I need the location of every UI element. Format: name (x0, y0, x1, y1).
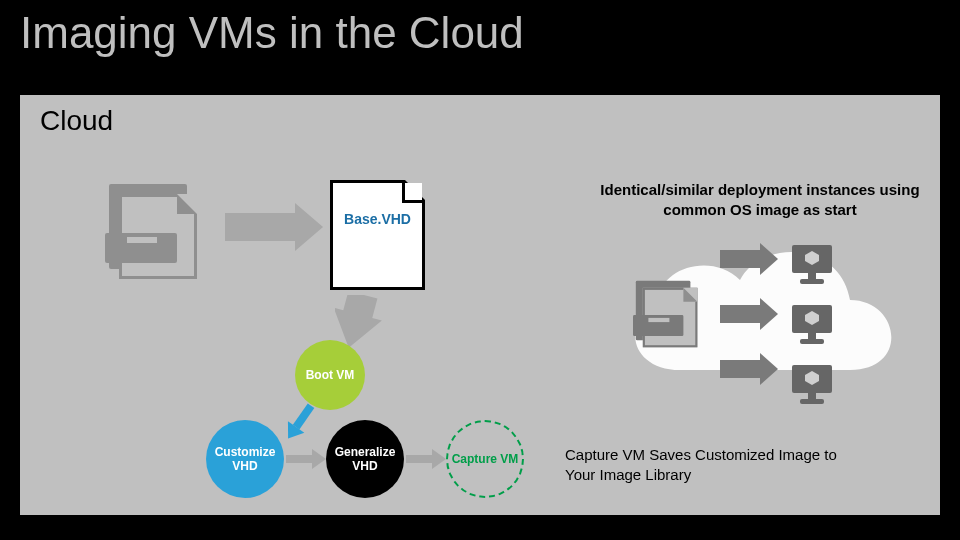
arrow-boot-to-customize (279, 400, 319, 446)
step-capture-vm: Capture VM (446, 420, 524, 498)
panel-label: Cloud (40, 105, 113, 137)
step-customize-vhd: Customize VHD (206, 420, 284, 498)
arrow-vhd-to-boot (335, 295, 385, 345)
slide-title: Imaging VMs in the Cloud (20, 8, 524, 58)
arrow-customize-to-generalize (286, 449, 328, 469)
cloud-panel: Cloud Identical/similar deployment insta… (20, 95, 940, 515)
step-generalize-vhd: Generalize VHD (326, 420, 404, 498)
vm-instance-icon (790, 305, 834, 347)
base-vhd-label: Base.VHD (333, 211, 422, 227)
caption-capture-vm: Capture VM Saves Customized Image to You… (565, 445, 845, 484)
base-vhd-file-icon: Base.VHD (330, 180, 425, 290)
vm-instance-icon (790, 245, 834, 287)
vm-instance-icon (790, 365, 834, 407)
cloud-image-library-icon (640, 285, 710, 345)
arrow-generalize-to-capture (406, 449, 448, 469)
deployed-vm-list (790, 245, 834, 407)
image-library-icon (115, 190, 215, 275)
step-boot-vm: Boot VM (295, 340, 365, 410)
